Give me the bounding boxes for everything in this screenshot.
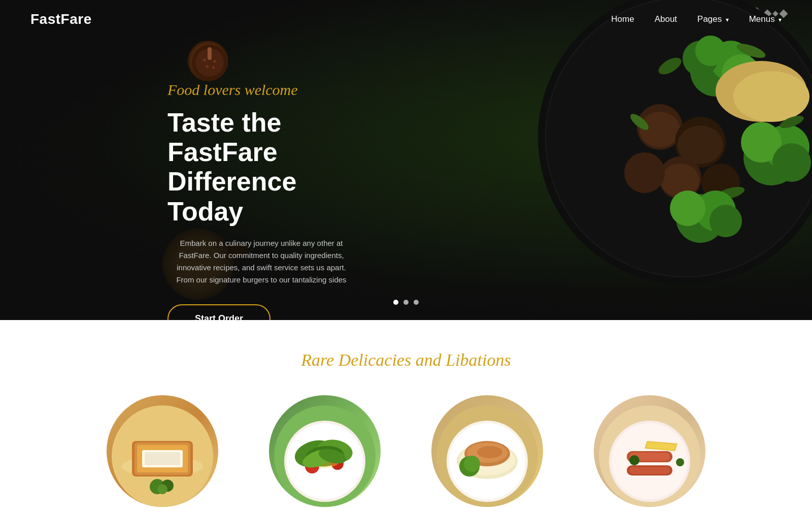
svg-rect-75 — [629, 467, 670, 474]
delicacies-section: Rare Delicacies and Libations — [0, 320, 812, 508]
food-cards-container — [20, 395, 792, 507]
chevron-down-icon: ▾ — [777, 16, 782, 23]
hero-section: Food lovers welcome Taste the FastFare D… — [0, 0, 812, 320]
svg-point-6 — [695, 36, 726, 66]
brand-logo[interactable]: FastFare — [30, 11, 92, 27]
slider-dots — [393, 300, 419, 305]
nav-links: Home About Pages ▾ Menus ▾ — [611, 14, 782, 24]
hero-tagline: Food lovers welcome — [167, 81, 355, 99]
slider-dot-3[interactable] — [414, 300, 419, 305]
slider-dot-1[interactable] — [393, 300, 398, 305]
nav-item-home[interactable]: Home — [611, 14, 634, 24]
svg-point-67 — [464, 456, 480, 472]
hero-content: Food lovers welcome Taste the FastFare D… — [0, 0, 355, 320]
svg-rect-44 — [145, 452, 180, 465]
food-card-2 — [254, 395, 396, 507]
food-plate-decoration — [487, 0, 812, 320]
svg-point-79 — [676, 458, 684, 466]
hero-title: Taste the FastFare Difference Today — [167, 108, 355, 226]
svg-point-8 — [733, 71, 809, 122]
food-card-image-3 — [431, 395, 543, 507]
food-card-3 — [416, 395, 558, 507]
start-order-button[interactable]: Start Order — [167, 304, 270, 320]
nav-link-home[interactable]: Home — [611, 14, 634, 24]
food-card-image-4 — [594, 395, 705, 507]
nav-link-menus[interactable]: Menus ▾ — [749, 14, 782, 24]
delicacies-tagline: Rare Delicacies and Libations — [20, 351, 792, 370]
svg-point-78 — [629, 455, 639, 465]
svg-point-29 — [709, 205, 742, 237]
chevron-down-icon: ▾ — [724, 16, 728, 23]
navbar: FastFare Home About Pages ▾ Menus ▾ — [0, 0, 812, 39]
hero-description: Embark on a culinary journey unlike any … — [167, 237, 355, 286]
svg-point-28 — [670, 190, 705, 226]
nav-item-about[interactable]: About — [655, 14, 677, 24]
nav-link-about[interactable]: About — [655, 14, 677, 24]
svg-point-20 — [624, 152, 665, 193]
food-card-1 — [91, 395, 233, 507]
svg-point-47 — [157, 484, 167, 494]
nav-item-menus[interactable]: Menus ▾ — [749, 14, 782, 24]
food-card-4 — [579, 395, 721, 507]
food-card-image-1 — [107, 395, 218, 507]
svg-point-12 — [772, 143, 811, 182]
slider-dot-2[interactable] — [403, 300, 409, 305]
food-card-image-2 — [269, 395, 381, 507]
nav-link-pages[interactable]: Pages ▾ — [697, 14, 729, 24]
svg-point-68 — [477, 446, 502, 458]
nav-item-pages[interactable]: Pages ▾ — [697, 14, 729, 24]
